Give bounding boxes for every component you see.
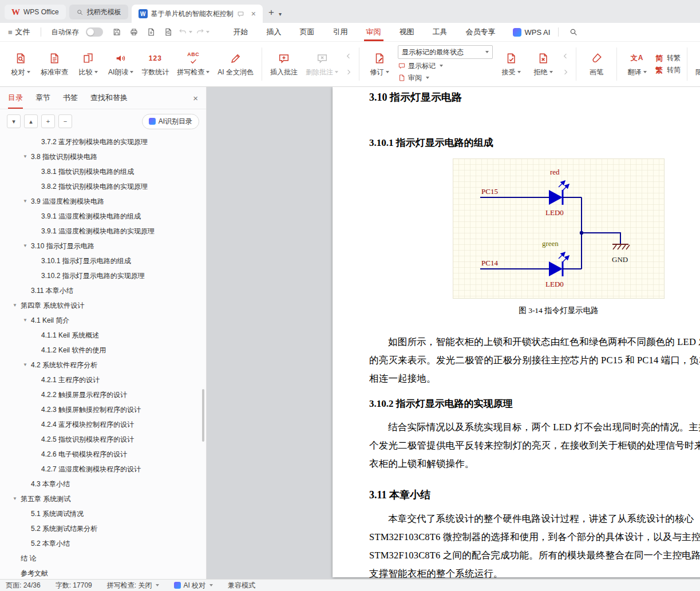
- menu-page[interactable]: 页面: [291, 23, 324, 41]
- document-area[interactable]: 3.10 指示灯显示电路 3.10.1 指示灯显示电路的组成: [207, 87, 700, 579]
- previous-comment-icon: [342, 50, 355, 62]
- insert-comment-button[interactable]: 插入批注: [266, 43, 302, 85]
- toc-item[interactable]: ▼3.9.1 温湿度检测模块电路的实现原理: [0, 224, 206, 239]
- restrict-editing-button[interactable]: 限制编辑: [691, 43, 700, 85]
- tab-list-dropdown-icon[interactable]: ▾: [279, 11, 282, 17]
- toc-item[interactable]: ▼4.2.6 电子锁模块程序的设计: [0, 447, 206, 462]
- review-pane-button[interactable]: 审阅: [398, 73, 493, 83]
- sidebar-tab-chapters[interactable]: 章节: [35, 87, 50, 109]
- menu-member[interactable]: 会员专享: [457, 23, 505, 41]
- wps-home-tab[interactable]: W WPS Office: [5, 5, 66, 19]
- show-markup-button[interactable]: 显示标记: [398, 61, 493, 71]
- toc-item[interactable]: ▼3.10 指示灯显示电路: [0, 239, 206, 253]
- markup-state-combobox[interactable]: 显示标记的最终状态: [398, 45, 493, 59]
- ai-polish-button[interactable]: AI 全文润色: [213, 43, 258, 85]
- toc-item[interactable]: ▼4.2 系统软件程序分析: [0, 358, 206, 372]
- markup-state-value: 显示标记的最终状态: [402, 47, 464, 57]
- print-icon[interactable]: [127, 26, 141, 38]
- ink-brush-button[interactable]: 画笔: [580, 43, 612, 85]
- toc-item[interactable]: ▼4.2.3 触摸屏触摸控制程序的设计: [0, 402, 206, 417]
- toc-expand-button[interactable]: +: [41, 114, 55, 128]
- toc-item[interactable]: ▼4.1 Keil 简介: [0, 313, 206, 328]
- sidebar-tab-find-replace[interactable]: 查找和替换: [90, 87, 128, 109]
- standard-review-button[interactable]: 标准审查: [37, 43, 72, 85]
- ai-proofread-status[interactable]: AI 校对: [174, 581, 213, 590]
- undo-icon[interactable]: [179, 26, 192, 38]
- ai-read-aloud-button[interactable]: AI朗读: [104, 43, 137, 85]
- toc-item[interactable]: ▼4.1.2 Keil 软件的使用: [0, 343, 206, 358]
- toc-item[interactable]: ▼5.2 系统测试结果分析: [0, 521, 206, 536]
- autosave-toggle[interactable]: [86, 27, 103, 37]
- toc-item[interactable]: ▼4.2.4 蓝牙模块控制程序的设计: [0, 417, 206, 432]
- toc-item[interactable]: ▼参考文献: [0, 566, 206, 579]
- menu-reference[interactable]: 引用: [324, 23, 357, 41]
- toc-item[interactable]: ▼4.2.7 温湿度检测模块程序的设计: [0, 462, 206, 477]
- toc-item[interactable]: ▼3.8.1 指纹识别模块电路的组成: [0, 164, 206, 179]
- toc-item[interactable]: ▼4.2.2 触摸屏显示程序的设计: [0, 387, 206, 402]
- toc-expand-arrow-icon[interactable]: ▼: [13, 298, 21, 313]
- accept-change-button[interactable]: 接受: [495, 43, 527, 85]
- toc-item[interactable]: ▼4.3 本章小结: [0, 477, 206, 491]
- reject-change-button[interactable]: 拒绝: [527, 43, 559, 85]
- toc-item[interactable]: ▼5.1 系统调试情况: [0, 506, 206, 521]
- toc-item[interactable]: ▼3.11 本章小结: [0, 283, 206, 298]
- toc-item[interactable]: ▼4.2.5 指纹识别模块程序的设计: [0, 432, 206, 447]
- print-preview-icon[interactable]: [161, 26, 175, 38]
- compare-button[interactable]: 比较: [72, 43, 104, 85]
- toc-expand-arrow-icon[interactable]: ▼: [23, 358, 31, 372]
- menu-tools[interactable]: 工具: [424, 23, 457, 41]
- toc-next-heading-button[interactable]: ▾: [7, 114, 21, 128]
- menu-review[interactable]: 审阅: [357, 23, 390, 41]
- search-icon[interactable]: [567, 26, 580, 38]
- toc-item[interactable]: ▼3.10.1 指示灯显示电路的组成: [0, 253, 206, 268]
- ai-recognize-toc-button[interactable]: AI识别目录: [142, 114, 199, 129]
- document-tab[interactable]: W 基于单片机的智能衣柜控制 ×: [132, 5, 263, 23]
- spellcheck-status[interactable]: 拼写检查: 关闭: [107, 581, 160, 590]
- toc-item[interactable]: ▼3.8.2 指纹识别模块电路的实现原理: [0, 179, 206, 194]
- redo-icon[interactable]: [196, 26, 209, 38]
- toc-expand-arrow-icon[interactable]: ▼: [13, 491, 21, 506]
- word-count-button[interactable]: 123 字数统计: [137, 43, 173, 85]
- page-indicator[interactable]: 页面: 24/36: [6, 581, 41, 590]
- led-circuit-figure[interactable]: PC15 PC14 red green LED0 LED0 GND: [453, 158, 665, 301]
- toc-item[interactable]: ▼3.7.2 蓝牙控制模块电路的实现原理: [0, 134, 206, 149]
- toc-expand-arrow-icon[interactable]: ▼: [23, 149, 31, 164]
- toc-expand-arrow-icon[interactable]: ▼: [23, 239, 31, 253]
- sidebar-scrollbar[interactable]: [202, 389, 204, 442]
- proofread-button[interactable]: 校对: [5, 43, 37, 85]
- toc-expand-arrow-icon[interactable]: ▼: [23, 313, 31, 328]
- toc-item[interactable]: ▼3.9 温湿度检测模块电路: [0, 194, 206, 209]
- toc-item[interactable]: ▼3.8 指纹识别模块电路: [0, 149, 206, 164]
- word-count-indicator[interactable]: 字数: 17709: [56, 581, 92, 590]
- menu-home[interactable]: 开始: [224, 23, 258, 41]
- toc-previous-heading-button[interactable]: ▴: [24, 114, 38, 128]
- toc-item[interactable]: ▼第四章 系统软件设计: [0, 298, 206, 313]
- file-menu-button[interactable]: ≡ 文件: [6, 27, 33, 37]
- toc-item[interactable]: ▼结 论: [0, 551, 206, 566]
- save-icon[interactable]: [110, 26, 124, 38]
- wps-ai-label[interactable]: WPS AI: [525, 28, 551, 37]
- close-tab-icon[interactable]: ×: [251, 9, 256, 18]
- to-traditional-button[interactable]: 简 转繁: [655, 53, 681, 64]
- spell-check-button[interactable]: ABC 拼写检查: [173, 43, 213, 85]
- close-sidebar-icon[interactable]: ×: [193, 93, 198, 103]
- menu-view[interactable]: 视图: [390, 23, 424, 41]
- new-tab-button[interactable]: +: [268, 7, 274, 18]
- sidebar-tab-contents[interactable]: 目录: [8, 87, 23, 109]
- toc-collapse-button[interactable]: −: [58, 114, 72, 128]
- toc-item[interactable]: ▼3.10.2 指示灯显示电路的实现原理: [0, 268, 206, 283]
- translate-button[interactable]: 文A 翻译: [621, 43, 653, 85]
- toc-item[interactable]: ▼第五章 系统测试: [0, 491, 206, 506]
- toc-item[interactable]: ▼4.1.1 Keil 系统概述: [0, 328, 206, 343]
- to-simplified-button[interactable]: 繁 转简: [655, 65, 681, 76]
- template-search-tab[interactable]: 找稻壳模板: [69, 5, 128, 19]
- toc-expand-arrow-icon[interactable]: ▼: [23, 194, 31, 209]
- toc-item[interactable]: ▼3.9.1 温湿度检测模块电路的组成: [0, 209, 206, 224]
- export-pdf-icon[interactable]: [144, 26, 158, 38]
- toc-item[interactable]: ▼4.2.1 主程序的设计: [0, 372, 206, 387]
- sidebar-tab-bookmarks[interactable]: 书签: [63, 87, 78, 109]
- document-page[interactable]: 3.10 指示灯显示电路 3.10.1 指示灯显示电路的组成: [333, 87, 700, 577]
- menu-insert[interactable]: 插入: [258, 23, 291, 41]
- track-changes-button[interactable]: 修订: [363, 43, 396, 85]
- toc-item[interactable]: ▼5.2 本章小结: [0, 536, 206, 551]
